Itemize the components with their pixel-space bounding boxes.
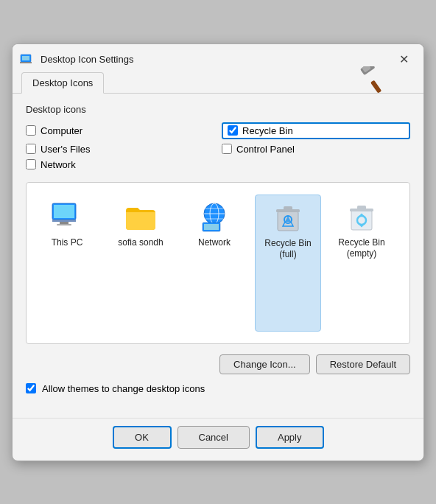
- cancel-button[interactable]: Cancel: [177, 426, 250, 449]
- action-buttons-row: Change Icon... Restore Default: [26, 354, 410, 374]
- icon-item-this-pc[interactable]: This PC: [34, 195, 100, 332]
- restore-default-button[interactable]: Restore Default: [316, 354, 410, 374]
- checkbox-users-label: User's Files: [41, 144, 91, 155]
- ok-button[interactable]: OK: [113, 426, 172, 449]
- section-label: Desktop icons: [26, 104, 410, 115]
- icon-label-recycle-empty: Recycle Bin(empty): [338, 237, 384, 260]
- icon-label-recycle-full: Recycle Bin(full): [264, 238, 311, 261]
- allow-themes-checkbox[interactable]: [26, 383, 36, 393]
- checkbox-users[interactable]: User's Files: [26, 144, 214, 155]
- change-icon-button[interactable]: Change Icon...: [219, 354, 310, 374]
- bottom-buttons-row: OK Cancel Apply: [13, 418, 423, 461]
- checkbox-network-label: Network: [41, 159, 76, 170]
- title-bar: Desktop Icon Settings ✕: [13, 44, 423, 72]
- checkbox-recycle-input[interactable]: [228, 125, 238, 136]
- checkbox-recycle-label: Recycle Bin: [242, 125, 293, 136]
- checkbox-recycle[interactable]: Recycle Bin: [222, 122, 410, 139]
- network-icon: [197, 199, 232, 234]
- recycle-bin-empty-icon: [344, 199, 379, 234]
- checkbox-computer-label: Computer: [41, 125, 82, 136]
- desktop-icons-checkboxes: Computer Recycle Bin User's Files Contro…: [26, 122, 410, 170]
- svg-rect-9: [60, 222, 68, 224]
- checkbox-control-input[interactable]: [222, 144, 232, 154]
- checkbox-users-input[interactable]: [26, 144, 36, 154]
- checkbox-network-input[interactable]: [26, 159, 36, 169]
- icon-label-network: Network: [198, 237, 231, 249]
- checkbox-network[interactable]: Network: [26, 159, 214, 170]
- apply-button[interactable]: Apply: [256, 426, 324, 449]
- svg-rect-20: [284, 206, 292, 210]
- icon-label-this-pc: This PC: [52, 237, 83, 249]
- checkbox-computer-input[interactable]: [26, 125, 36, 136]
- checkbox-control[interactable]: Control Panel: [222, 144, 410, 155]
- svg-rect-8: [52, 220, 76, 222]
- svg-rect-7: [54, 205, 74, 218]
- icon-item-recycle-full[interactable]: Recycle Bin(full): [255, 195, 321, 332]
- allow-themes-label[interactable]: Allow themes to change desktop icons: [42, 383, 205, 394]
- svg-rect-24: [357, 206, 366, 209]
- svg-rect-2: [20, 62, 32, 63]
- checkbox-computer[interactable]: Computer: [26, 122, 214, 139]
- svg-rect-1: [22, 56, 29, 60]
- checkbox-control-label: Control Panel: [236, 144, 295, 155]
- icon-panel: This PC sofia sondh: [26, 182, 410, 344]
- svg-rect-10: [57, 224, 71, 225]
- allow-themes-row: Allow themes to change desktop icons: [26, 383, 410, 394]
- close-button[interactable]: ✕: [393, 50, 415, 69]
- icon-item-recycle-empty[interactable]: Recycle Bin(empty): [328, 195, 395, 332]
- icon-label-sofia-sondh: sofia sondh: [118, 237, 163, 249]
- dialog-title: Desktop Icon Settings: [41, 54, 393, 65]
- this-pc-icon: [49, 199, 85, 234]
- svg-rect-17: [204, 224, 219, 230]
- hammer-icon: [354, 66, 387, 101]
- icon-item-network[interactable]: Network: [181, 195, 247, 332]
- folder-icon: [123, 199, 158, 234]
- icon-item-sofia-sondh[interactable]: sofia sondh: [108, 195, 174, 332]
- svg-rect-3: [370, 80, 382, 93]
- tab-desktop-icons[interactable]: Desktop Icons: [21, 72, 104, 94]
- dialog-icon: [20, 52, 35, 67]
- dialog: Desktop Icon Settings ✕ Desktop Icons De…: [12, 43, 424, 461]
- recycle-bin-full-icon: [270, 200, 306, 235]
- content-area: Desktop icons Computer Recycle Bin User'…: [13, 94, 423, 418]
